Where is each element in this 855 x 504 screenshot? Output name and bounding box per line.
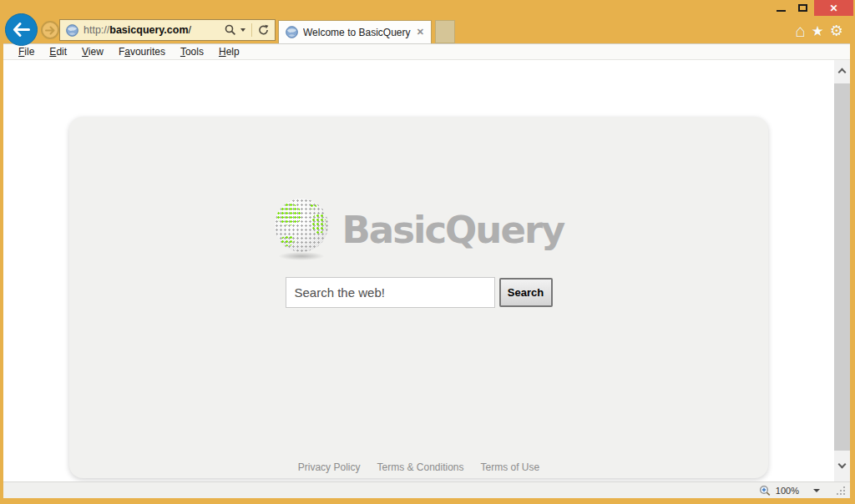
browser-window: ✕ http://basicquery.com/ xyxy=(0,0,855,504)
menu-item-favourites[interactable]: Favourites xyxy=(116,45,168,58)
zoom-control[interactable]: 100% xyxy=(759,482,847,498)
url-scheme: http:// xyxy=(83,24,109,36)
scrollbar-thumb[interactable] xyxy=(834,83,850,451)
logo-text: BasicQuery xyxy=(342,208,564,252)
address-bar[interactable]: http://basicquery.com/ xyxy=(59,19,276,41)
minimize-button[interactable] xyxy=(771,0,792,16)
maximize-icon xyxy=(798,4,807,12)
zoom-dropdown-caret-icon[interactable] xyxy=(813,489,820,492)
tab-favicon-globe-icon xyxy=(286,26,298,38)
privacy-policy-link[interactable]: Privacy Policy xyxy=(298,461,361,473)
zoom-magnifier-icon xyxy=(759,485,772,496)
refresh-icon[interactable] xyxy=(258,24,269,36)
home-icon[interactable]: ⌂ xyxy=(795,23,806,38)
url-text[interactable]: http://basicquery.com/ xyxy=(83,24,191,36)
minimize-icon xyxy=(777,10,786,12)
close-icon: ✕ xyxy=(829,3,837,14)
site-globe-icon xyxy=(66,24,78,37)
globe-shadow xyxy=(278,252,325,260)
settings-gear-icon[interactable]: ⚙ xyxy=(830,22,843,40)
search-dropdown-caret-icon[interactable] xyxy=(240,28,245,32)
chevron-down-icon xyxy=(838,461,847,469)
toolbar-icons: ⌂ ★ ⚙ xyxy=(795,22,843,40)
search-input[interactable] xyxy=(286,277,495,308)
address-bar-divider xyxy=(251,23,252,37)
menu-item-edit[interactable]: Edit xyxy=(47,45,69,58)
new-tab-button[interactable] xyxy=(435,20,455,43)
url-path: / xyxy=(189,24,191,36)
logo-globe-icon xyxy=(274,199,329,260)
back-button[interactable] xyxy=(5,13,38,46)
scroll-up-button[interactable] xyxy=(834,62,850,80)
search-card: BasicQuery Search Privacy Policy Terms &… xyxy=(69,117,768,478)
page-content: BasicQuery Search Privacy Policy Terms &… xyxy=(3,60,834,481)
logo: BasicQuery xyxy=(69,199,768,260)
maximize-button[interactable] xyxy=(792,0,814,16)
url-domain: basicquery.com xyxy=(109,24,188,36)
footer-links: Privacy Policy Terms & Conditions Terms … xyxy=(69,461,768,473)
scroll-down-button[interactable] xyxy=(834,456,850,475)
back-arrow-icon xyxy=(13,23,30,37)
zoom-level: 100% xyxy=(776,486,799,496)
terms-conditions-link[interactable]: Terms & Conditions xyxy=(377,461,463,473)
search-button[interactable]: Search xyxy=(499,278,553,307)
forward-arrow-icon xyxy=(45,26,55,35)
search-form: Search xyxy=(69,277,768,308)
favorites-star-icon[interactable]: ★ xyxy=(812,23,824,40)
forward-button[interactable] xyxy=(41,21,59,39)
tab-title: Welcome to BasicQuery xyxy=(303,27,412,38)
tab-close-icon[interactable]: ✕ xyxy=(417,27,424,38)
close-window-button[interactable]: ✕ xyxy=(814,0,853,16)
resize-grip[interactable] xyxy=(836,486,846,496)
menu-item-tools[interactable]: Tools xyxy=(178,45,206,58)
menu-item-help[interactable]: Help xyxy=(216,45,242,58)
menu-item-view[interactable]: View xyxy=(79,45,106,58)
window-controls: ✕ xyxy=(771,0,853,16)
vertical-scrollbar[interactable] xyxy=(834,60,850,481)
tab-welcome-to-basicquery[interactable]: Welcome to BasicQuery ✕ xyxy=(278,20,432,43)
chevron-up-icon xyxy=(838,68,847,77)
address-bar-icons xyxy=(225,23,269,37)
menu-item-file[interactable]: File xyxy=(16,45,37,58)
search-icon[interactable] xyxy=(225,24,236,36)
menu-bar: File Edit View Favourites Tools Help xyxy=(3,43,850,60)
terms-of-use-link[interactable]: Terms of Use xyxy=(481,461,540,473)
status-bar: 100% xyxy=(3,481,850,498)
